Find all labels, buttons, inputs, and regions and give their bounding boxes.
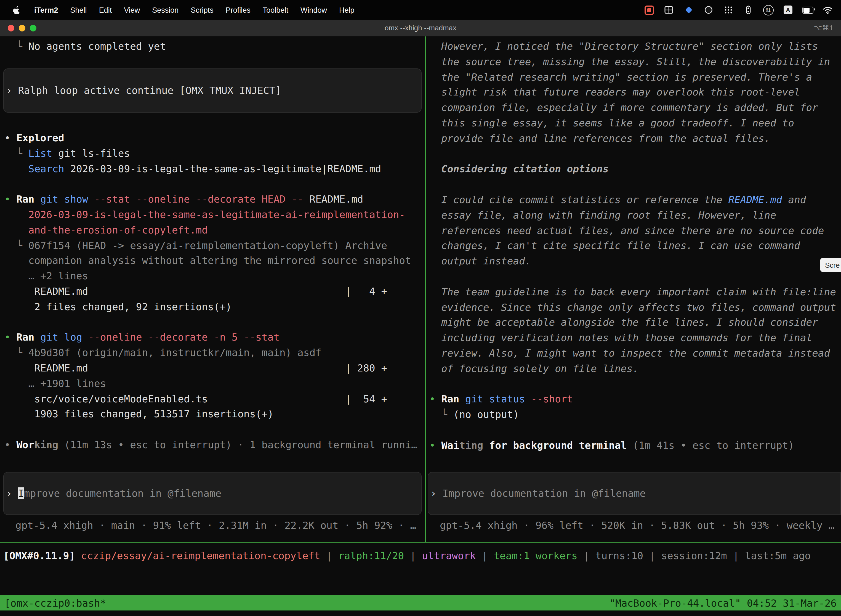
text-segment: (no output) bbox=[453, 408, 519, 420]
text-segment: › bbox=[431, 487, 442, 499]
terminal-line: review. Also, I might want to inspect th… bbox=[429, 346, 841, 361]
terminal-line bbox=[429, 376, 841, 392]
left-prompt-input[interactable]: › Improve documentation in @filename bbox=[3, 472, 422, 515]
terminal-line: 2026-03-09-is-legal-the-same-as-legitima… bbox=[4, 207, 425, 223]
menu-item-edit[interactable]: Edit bbox=[99, 6, 112, 14]
terminal-line: changes, I can't cite specific file line… bbox=[429, 238, 841, 254]
terminal-line: … +1901 lines bbox=[4, 376, 425, 392]
text-segment: 067f154 (HEAD -> essay/ai-reimplementati… bbox=[28, 239, 387, 251]
menu-bar: iTerm2ShellEditViewSessionScriptsProfile… bbox=[0, 0, 841, 20]
text-segment: team:1 workers bbox=[494, 550, 577, 561]
text-segment bbox=[4, 163, 28, 174]
terminal-line: The team guideline is to back every impo… bbox=[429, 284, 841, 300]
text-segment: ralph:11/20 bbox=[338, 550, 404, 561]
terminal-line bbox=[429, 422, 841, 438]
terminal-line: └ (no output) bbox=[429, 407, 841, 422]
text-segment: | bbox=[577, 550, 595, 561]
terminal-line: └ 067f154 (HEAD -> essay/ai-reimplementa… bbox=[4, 238, 425, 253]
terminal-line bbox=[429, 269, 841, 284]
terminal-line: • Waiting for background terminal (1m 41… bbox=[429, 437, 841, 453]
prompt-input-line: › Improve documentation in @filename bbox=[431, 486, 646, 501]
text-segment: of focusing solely on file lines. bbox=[429, 362, 639, 374]
text-segment: Ralph loop active continue [OMX_TMUX_INJ… bbox=[18, 84, 281, 96]
terminal-line: Considering citation options bbox=[429, 161, 841, 177]
terminal-line: companion file, especially if more comme… bbox=[429, 100, 841, 115]
menu-item-help[interactable]: Help bbox=[339, 6, 355, 14]
tmux-host-clock: "MacBook-Pro-44.local" 04:52 31-Mar-26 bbox=[609, 597, 837, 609]
terminal-line: slight risk that future readers may over… bbox=[429, 85, 841, 100]
menu-item-session[interactable]: Session bbox=[152, 6, 179, 14]
terminal-line: However, I noticed the "Directory Struct… bbox=[429, 39, 841, 54]
terminal-line: might be acceptable alongside the file l… bbox=[429, 315, 841, 330]
menu-item-iterm2[interactable]: iTerm2 bbox=[34, 6, 58, 14]
screen-recording-icon[interactable] bbox=[643, 4, 655, 15]
terminal-line: companion analysis without altering the … bbox=[4, 253, 425, 268]
text-segment: 1903 files changed, 513517 insertions(+) bbox=[4, 408, 273, 420]
menu-items: iTerm2ShellEditViewSessionScriptsProfile… bbox=[34, 6, 355, 14]
right-prompt-input[interactable]: › Improve documentation in @filename bbox=[428, 472, 841, 515]
gauge-61-icon[interactable]: 61 bbox=[763, 4, 774, 15]
text-segment: king bbox=[34, 439, 58, 450]
text-segment: companion analysis without altering the … bbox=[4, 255, 411, 266]
terminal-line: Search 2026-03-09-is-legal-the-same-as-l… bbox=[4, 161, 425, 176]
menu-item-window[interactable]: Window bbox=[300, 6, 327, 14]
text-segment: … +1901 lines bbox=[4, 378, 106, 389]
text-segment: Considering citation options bbox=[429, 163, 609, 175]
window-grid-icon[interactable] bbox=[663, 4, 674, 15]
menu-item-profiles[interactable]: Profiles bbox=[226, 6, 251, 14]
input-source-icon[interactable]: A bbox=[782, 4, 794, 15]
text-segment: README.md bbox=[303, 193, 363, 205]
text-segment: • bbox=[429, 393, 441, 405]
blue-app-icon[interactable] bbox=[683, 4, 694, 15]
text-segment: List bbox=[28, 147, 53, 159]
text-segment: references need actual files, and since … bbox=[429, 224, 824, 236]
text-segment: Search bbox=[28, 163, 64, 174]
window-title-bar[interactable]: omx --xhigh --madmax ⌥⌘1 bbox=[0, 20, 841, 37]
wifi-icon[interactable] bbox=[822, 4, 833, 15]
terminal-line: README.md | 280 + bbox=[4, 361, 425, 376]
apple-menu-icon[interactable] bbox=[11, 4, 22, 15]
terminal-window: └ No agents completed yet › Ralph loop a… bbox=[0, 37, 841, 616]
text-segment: and-the-erosion-of-copyleft.md bbox=[28, 224, 208, 236]
text-segment: review. Also, I might want to inspect th… bbox=[429, 347, 830, 359]
screen-overlay-label: Scre bbox=[825, 261, 840, 269]
right-pane[interactable]: However, I noticed the "Directory Struct… bbox=[426, 37, 841, 542]
text-segment: • bbox=[4, 331, 16, 343]
dots-grid-icon[interactable] bbox=[723, 4, 734, 15]
terminal-line: and-the-erosion-of-copyleft.md bbox=[4, 223, 425, 238]
text-segment: | bbox=[320, 550, 338, 561]
terminal-line: • Explored bbox=[4, 130, 425, 146]
right-session-status: gpt-5.4 xhigh · 96% left · 520K in · 5.8… bbox=[426, 518, 841, 533]
input-source-label: A bbox=[784, 6, 793, 14]
dark-app-icon[interactable] bbox=[703, 4, 714, 15]
terminal-line bbox=[429, 146, 841, 161]
terminal-line bbox=[4, 176, 425, 192]
terminal-line: provide file and line references from th… bbox=[429, 131, 841, 146]
text-segment: └ bbox=[4, 147, 28, 159]
menu-item-view[interactable]: View bbox=[124, 6, 140, 14]
text-segment: └ bbox=[429, 408, 453, 420]
battery-icon[interactable] bbox=[802, 4, 813, 15]
text-segment bbox=[4, 209, 28, 220]
screen-overlay-button[interactable]: Scre bbox=[820, 258, 841, 272]
left-pane[interactable]: └ No agents completed yet › Ralph loop a… bbox=[0, 37, 425, 542]
menu-item-scripts[interactable]: Scripts bbox=[190, 6, 214, 14]
text-segment: for background terminal bbox=[483, 439, 627, 451]
terminal-line: the source tree, missing the essay. Stil… bbox=[429, 54, 841, 70]
terminal-line: └ List git ls-files bbox=[4, 146, 425, 161]
text-segment: turns:10 bbox=[595, 550, 643, 561]
terminal-line bbox=[4, 422, 425, 437]
text-segment: --oneline --decorate -n 5 --stat bbox=[88, 331, 280, 343]
capsule-app-icon[interactable] bbox=[743, 4, 754, 15]
terminal-line: README.md | 4 + bbox=[4, 284, 425, 299]
text-segment: git status bbox=[465, 393, 525, 405]
text-segment: Wor bbox=[16, 439, 34, 450]
terminal-line: 2 files changed, 92 insertions(+) bbox=[4, 299, 425, 315]
terminal-line: › Ralph loop active continue [OMX_TMUX_I… bbox=[6, 83, 281, 98]
text-segment: › bbox=[6, 487, 18, 499]
menu-item-shell[interactable]: Shell bbox=[70, 6, 87, 14]
text-segment: README.md | 4 + bbox=[4, 285, 387, 297]
text-segment: README.md | 280 + bbox=[4, 362, 387, 374]
terminal-line: the "Related research writing" section i… bbox=[429, 69, 841, 85]
menu-item-toolbelt[interactable]: Toolbelt bbox=[263, 6, 288, 14]
